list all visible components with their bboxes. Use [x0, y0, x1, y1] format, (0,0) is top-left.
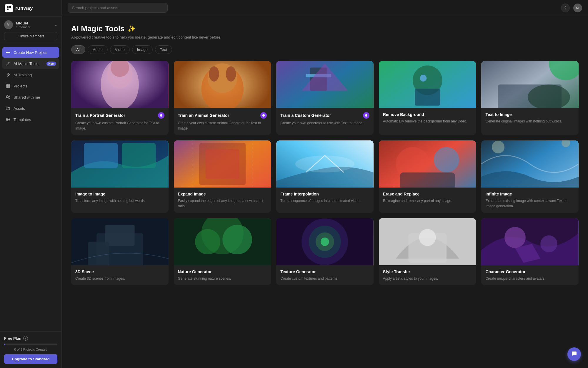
user-section: Mi Miguel 1 member ⌄ + Invite Members: [0, 17, 61, 44]
filter-image[interactable]: Image: [132, 45, 153, 54]
magic-wand-icon: [5, 61, 11, 66]
tool-desc-erase: Reimagine and remix any part of any imag…: [383, 198, 472, 203]
page-title-row: AI Magic Tools ✨: [71, 24, 579, 33]
plus-icon: [5, 50, 11, 55]
templates-label: Templates: [14, 117, 56, 122]
sparkle-icon: ✨: [128, 25, 136, 33]
svg-point-67: [541, 235, 557, 252]
filter-text[interactable]: Text: [155, 45, 172, 54]
logo[interactable]: runway: [5, 4, 33, 12]
tool-info-portrait: Train a Portrait Generator Create your o…: [71, 108, 169, 135]
tool-title-style: Style Transfer: [383, 269, 410, 274]
filter-tabs: All Audio Video Image Text: [71, 45, 579, 54]
filter-video[interactable]: Video: [110, 45, 130, 54]
tool-title-img-to-img: Image to Image: [75, 192, 105, 196]
tool-train-custom-generator[interactable]: Train a Custom Generator Create your own…: [276, 61, 374, 135]
projects-label: Projects: [14, 84, 56, 88]
tool-title-row-custom: Train a Custom Generator: [280, 112, 369, 119]
svg-rect-35: [84, 143, 118, 168]
topbar-right: ? Mi: [561, 4, 582, 12]
tool-infinite-image[interactable]: Infinite Image Expand an existing image …: [481, 140, 579, 213]
tool-desc-text-to-image: Generate original images with nothing bu…: [485, 119, 574, 124]
new-badge: New: [46, 62, 56, 66]
user-avatar-top[interactable]: Mi: [573, 4, 582, 12]
tool-train-portrait-generator[interactable]: Train a Portrait Generator Create your o…: [71, 61, 169, 135]
tool-info-expand: Expand Image Easily expand the edges of …: [174, 188, 271, 213]
svg-rect-0: [7, 6, 9, 8]
upgrade-to-standard-button[interactable]: Upgrade to Standard: [4, 354, 57, 364]
tool-title-nature: Nature Generator: [178, 269, 212, 274]
tool-info-frame-interp: Frame Interpolation Turn a sequence of i…: [276, 188, 374, 208]
svg-point-66: [504, 227, 526, 248]
tool-title-row-animal: Train an Animal Generator: [178, 112, 267, 119]
sidebar-item-ai-magic-tools[interactable]: AI Magic Tools New: [2, 58, 59, 69]
create-new-project-button[interactable]: Create New Project: [2, 47, 59, 58]
tool-title-row-expand: Expand Image: [178, 192, 267, 196]
tool-desc-animal: Create your own custom Animal Generator …: [178, 120, 267, 131]
shared-with-me-label: Shared with me: [14, 95, 56, 100]
tool-title-row-texture: Texture Generator: [280, 269, 369, 274]
user-row[interactable]: Mi Miguel 1 member ⌄: [4, 20, 57, 29]
tool-title-row-style: Style Transfer: [383, 269, 472, 274]
help-button[interactable]: ?: [561, 4, 570, 12]
progress-bar-container: [4, 344, 57, 345]
svg-rect-1: [9, 6, 11, 8]
user-name: Miguel: [16, 21, 51, 25]
ai-training-label: AI Training: [14, 73, 56, 77]
tool-desc-custom: Create your own generator to use with Te…: [280, 120, 369, 126]
tool-erase-and-replace[interactable]: Erase and Replace Reimagine and remix an…: [379, 140, 476, 213]
tools-grid-row3: 3D Scene Create 3D scenes from images.: [71, 218, 579, 285]
tool-title-texture: Texture Generator: [280, 269, 316, 274]
svg-point-9: [9, 96, 10, 97]
custom-badge: [363, 112, 369, 119]
page-subtitle: AI-powered creative tools to help you id…: [71, 35, 579, 39]
tool-image-to-image[interactable]: Image to Image Transform any image with …: [71, 140, 169, 213]
tool-image-remove-bg: [379, 61, 476, 108]
tool-expand-image[interactable]: Expand Image Easily expand the edges of …: [174, 140, 271, 213]
ai-magic-tools-label: AI Magic Tools: [14, 62, 44, 66]
tool-frame-interpolation[interactable]: Frame Interpolation Turn a sequence of i…: [276, 140, 374, 213]
tool-desc-style: Apply artistic styles to your images.: [383, 276, 472, 281]
svg-rect-51: [105, 225, 135, 246]
svg-point-21: [262, 114, 265, 117]
sidebar-item-templates[interactable]: Templates: [2, 114, 59, 125]
tool-character-generator[interactable]: Character Generator Create unique charac…: [481, 218, 579, 285]
invite-members-button[interactable]: + Invite Members: [4, 32, 57, 40]
tool-style-transfer[interactable]: Style Transfer Apply artistic styles to …: [379, 218, 476, 285]
tool-title-3d-scene: 3D Scene: [75, 269, 94, 274]
tool-title-row-nature: Nature Generator: [178, 269, 267, 274]
svg-rect-45: [400, 173, 455, 188]
tool-texture-generator[interactable]: Texture Generator Create custom textures…: [276, 218, 374, 285]
tool-info-animal: Train an Animal Generator Create your ow…: [174, 108, 271, 135]
tool-title-row-infinite: Infinite Image: [485, 192, 574, 196]
tool-info-custom: Train a Custom Generator Create your own…: [276, 108, 374, 130]
tool-image-frame-interp: [276, 140, 374, 188]
tool-3d-scene[interactable]: 3D Scene Create 3D scenes from images.: [71, 218, 169, 285]
tool-remove-background[interactable]: Remove Background Automatically remove t…: [379, 61, 476, 135]
filter-audio[interactable]: Audio: [88, 45, 107, 54]
tool-title-expand: Expand Image: [178, 192, 206, 196]
sidebar-item-assets[interactable]: Assets: [2, 103, 59, 114]
svg-point-19: [209, 66, 219, 82]
tool-train-animal-generator[interactable]: Train an Animal Generator Create your ow…: [174, 61, 271, 135]
sidebar-item-projects[interactable]: Projects: [2, 81, 59, 91]
tool-title-custom: Train a Custom Generator: [280, 113, 331, 118]
search-input[interactable]: [68, 3, 168, 13]
svg-point-44: [434, 147, 459, 173]
sidebar-item-shared-with-me[interactable]: Shared with me: [2, 92, 59, 102]
tool-title-row-portrait: Train a Portrait Generator: [75, 112, 164, 119]
info-icon[interactable]: i: [23, 336, 28, 341]
svg-rect-36: [122, 143, 156, 168]
main-content: ? Mi AI Magic Tools ✨ AI-powered creativ…: [62, 0, 588, 368]
page-header: AI Magic Tools ✨ AI-powered creative too…: [71, 24, 579, 39]
tool-desc-expand: Easily expand the edges of any image to …: [178, 198, 267, 209]
folder-icon: [5, 106, 11, 111]
sidebar-item-ai-training[interactable]: AI Training: [2, 69, 59, 80]
avatar: Mi: [4, 20, 13, 29]
tool-nature-generator[interactable]: Nature Generator Generate stunning natur…: [174, 218, 271, 285]
tool-title-row-erase: Erase and Replace: [383, 192, 472, 196]
tool-title-portrait: Train a Portrait Generator: [75, 113, 125, 118]
tool-text-to-image[interactable]: Text to Image Generate original images w…: [481, 61, 579, 135]
filter-all[interactable]: All: [71, 45, 85, 54]
chat-button[interactable]: [567, 347, 581, 361]
